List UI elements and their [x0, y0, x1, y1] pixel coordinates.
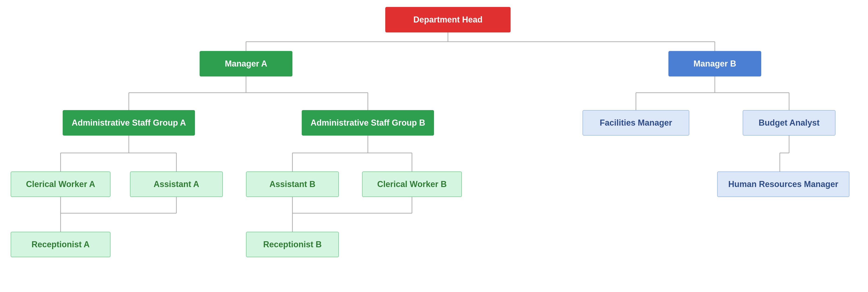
- clerical-worker-b-label: Clerical Worker B: [377, 179, 446, 189]
- receptionist-b-label: Receptionist B: [263, 240, 322, 249]
- receptionist-b-node: Receptionist B: [246, 232, 339, 257]
- manager-a-node: Manager A: [199, 51, 292, 76]
- hr-manager-label: Human Resources Manager: [728, 179, 838, 189]
- admin-group-b-node: Administrative Staff Group B: [302, 110, 434, 136]
- manager-b-node: Manager B: [669, 51, 761, 76]
- admin-group-a-node: Administrative Staff Group A: [63, 110, 195, 136]
- assistant-a-label: Assistant A: [154, 179, 199, 189]
- manager-a-label: Manager A: [225, 59, 267, 69]
- clerical-worker-a-label: Clerical Worker A: [26, 179, 95, 189]
- hr-manager-node: Human Resources Manager: [717, 172, 849, 197]
- receptionist-a-node: Receptionist A: [11, 232, 111, 257]
- clerical-worker-a-node: Clerical Worker A: [11, 172, 111, 197]
- assistant-b-label: Assistant B: [270, 179, 315, 189]
- org-chart: Department Head Manager A Manager B Admi…: [0, 0, 868, 292]
- receptionist-a-label: Receptionist A: [32, 240, 90, 249]
- budget-analyst-label: Budget Analyst: [759, 118, 820, 128]
- budget-analyst-node: Budget Analyst: [743, 110, 836, 136]
- department-head-node: Department Head: [385, 7, 510, 32]
- admin-group-b-label: Administrative Staff Group B: [311, 118, 425, 128]
- manager-b-label: Manager B: [693, 59, 736, 69]
- department-head-label: Department Head: [413, 15, 483, 25]
- admin-group-a-label: Administrative Staff Group A: [72, 118, 186, 128]
- connector-lines: [0, 0, 868, 292]
- facilities-manager-node: Facilities Manager: [583, 110, 689, 136]
- assistant-a-node: Assistant A: [130, 172, 223, 197]
- facilities-manager-label: Facilities Manager: [600, 118, 672, 128]
- clerical-worker-b-node: Clerical Worker B: [362, 172, 462, 197]
- assistant-b-node: Assistant B: [246, 172, 339, 197]
